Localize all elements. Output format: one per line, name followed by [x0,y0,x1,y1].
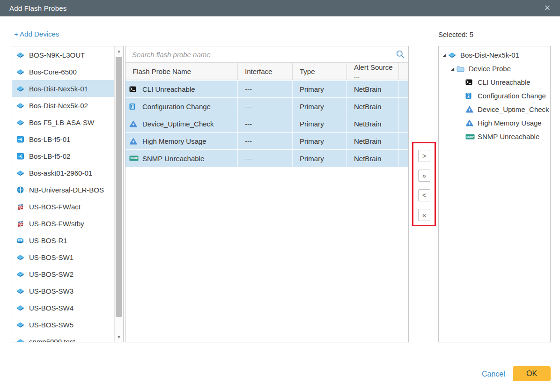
tree-node-device[interactable]: ◢ Bos-Dist-Nex5k-01 [439,48,550,62]
device-list-item[interactable]: Bos-Core-6500 [12,63,114,80]
probe-table-row[interactable]: Configuration Change---PrimaryNetBrain [125,98,408,115]
device-list-item[interactable]: US-BOS-R1 [12,232,114,249]
device-list-item[interactable]: Bos-Dist-Nex5k-01 [12,80,114,97]
probe-alert-source-cell: NetBrain [347,81,399,97]
switch-icon [16,118,24,126]
probe-table-panel: Flash Probe Name Interface Type Alert So… [125,46,409,342]
transfer-buttons: >»<« [418,150,430,221]
device-list-item[interactable]: Bos-LB-f5-02 [12,148,114,164]
close-icon[interactable]: × [540,0,554,16]
probe-spacer-cell [399,150,408,167]
device-label: Bos-Dist-Nex5k-01 [29,85,88,93]
switch-icon [16,321,24,329]
probe-table-body: CLI Unreachable---PrimaryNetBrainConfigu… [125,80,408,167]
device-list-item[interactable]: Bos-F5_LB-ASA-SW [12,114,114,131]
svg-text:SNMP: SNMP [466,135,474,138]
device-label: Bos-LB-f5-02 [29,152,70,160]
scrollbar-thumb[interactable] [116,57,122,317]
probe-interface-cell: --- [238,115,293,132]
add-devices-link[interactable]: + Add Devices [14,30,59,38]
switch-icon [16,51,24,59]
move-right-button[interactable]: > [418,150,430,162]
alert-icon [465,119,476,126]
tree-node-probe[interactable]: High Memory Usage [439,116,550,130]
switch-icon [16,85,24,93]
selected-tree: ◢ Bos-Dist-Nex5k-01 ◢ Device Probe CLI U… [439,46,550,143]
column-header-alert-source[interactable]: Alert Source ... [347,63,399,80]
snmp-icon: SNMP [465,134,476,140]
ok-button[interactable]: OK [513,366,551,381]
device-list-item[interactable]: Bos-Dist-Nex5k-02 [12,97,114,114]
device-label: NB-Universal-DLR-BOS [29,186,104,194]
probe-alert-source-cell: NetBrain [347,115,399,132]
selected-count-label: Selected: 5 [438,30,473,38]
device-list-item[interactable]: Bos-LB-f5-01 [12,131,114,148]
tree-probe-label: SNMP Unreachable [478,133,539,141]
device-list-panel: BOS-N9K-L3OUTBos-Core-6500Bos-Dist-Nex5k… [12,46,124,342]
tree-probe-label: Device_Uptime_Check [478,105,549,113]
firewall-icon [16,220,24,228]
device-list-item[interactable]: US-BOS-SW3 [12,282,114,299]
probe-interface-cell: --- [238,133,293,149]
device-label: Bos-LB-f5-01 [29,135,70,143]
tree-node-probe[interactable]: SNMPSNMP Unreachable [439,130,550,143]
tree-node-probe[interactable]: CLI Unreachable [439,75,550,89]
probe-table-row[interactable]: SNMPSNMP Unreachable---PrimaryNetBrain [125,150,408,167]
tree-node-device-probe[interactable]: ◢ Device Probe [439,62,550,75]
expander-icon[interactable]: ◢ [442,53,448,58]
probe-table-header: Flash Probe Name Interface Type Alert So… [125,63,408,80]
column-header-interface[interactable]: Interface [238,63,293,80]
device-list-item[interactable]: US-BOS-SW4 [12,299,114,316]
device-list-item[interactable]: US-BOS-FW/act [12,198,114,215]
probe-type-cell: Primary [293,81,347,97]
device-list-item[interactable]: US-BOS-SW5 [12,316,114,333]
search-input[interactable] [125,46,392,62]
device-label: Bos-askt01-2960-01 [29,169,92,177]
scroll-up-icon[interactable]: ▲ [115,47,123,55]
switch-icon [16,304,24,312]
alert-icon [129,138,140,145]
selected-tree-panel: ◢ Bos-Dist-Nex5k-01 ◢ Device Probe CLI U… [438,46,551,342]
device-list-item[interactable]: US-BOS-SW1 [12,249,114,266]
device-list-scrollbar[interactable]: ▲ ▼ [114,46,123,342]
probe-interface-cell: --- [238,98,293,115]
move-all-left-button[interactable]: « [418,209,430,221]
alert-icon [129,120,140,127]
column-header-type[interactable]: Type [293,63,347,80]
device-list-item[interactable]: NB-Universal-DLR-BOS [12,181,114,198]
scroll-down-icon[interactable]: ▼ [115,333,123,341]
device-list-item[interactable]: snmp5000 test [12,333,114,342]
column-header-spacer [399,63,408,80]
probe-name-cell: High Memory Usage [125,133,238,149]
snmp-icon: SNMP [129,155,140,161]
device-label: US-BOS-SW5 [29,321,74,329]
probe-table-row[interactable]: Device_Uptime_Check---PrimaryNetBrain [125,115,408,132]
tree-node-probe[interactable]: Device_Uptime_Check [439,103,550,116]
expander-icon[interactable]: ◢ [451,67,457,71]
tree-probe-label: High Memory Usage [478,119,542,127]
tree-group-label: Device Probe [469,65,511,73]
switch-icon [16,287,24,295]
tree-probe-label: CLI Unreachable [478,78,531,86]
probe-table-row[interactable]: CLI Unreachable---PrimaryNetBrain [125,81,408,97]
probe-table-row[interactable]: High Memory Usage---PrimaryNetBrain [125,133,408,149]
tree-node-probe[interactable]: Configuration Change [439,89,550,103]
move-left-button[interactable]: < [418,189,430,201]
device-list-item[interactable]: BOS-N9K-L3OUT [12,46,114,63]
probe-interface-cell: --- [238,81,293,97]
device-list-item[interactable]: Bos-askt01-2960-01 [12,164,114,181]
loadbalancer-icon [16,152,24,160]
column-header-name[interactable]: Flash Probe Name [125,63,238,80]
universal-icon [16,186,24,194]
probe-type-cell: Primary [293,115,347,132]
device-list-item[interactable]: US-BOS-SW2 [12,266,114,282]
loadbalancer-icon [16,135,24,143]
cancel-button[interactable]: Cancel [482,370,505,378]
search-icon[interactable] [392,50,408,59]
move-all-right-button[interactable]: » [418,170,430,182]
tree-device-label: Bos-Dist-Nex5k-01 [460,51,519,59]
probe-name-cell: Device_Uptime_Check [125,115,238,132]
device-label: US-BOS-SW4 [29,304,74,312]
probe-alert-source-cell: NetBrain [347,133,399,149]
device-list-item[interactable]: US-BOS-FW/stby [12,215,114,232]
